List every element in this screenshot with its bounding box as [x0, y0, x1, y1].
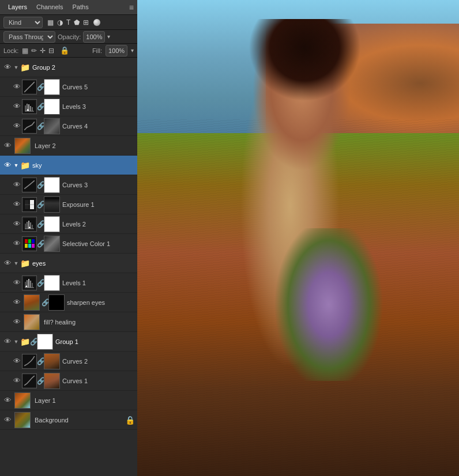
opacity-input[interactable]: [83, 31, 105, 43]
layer-name: fill? healing: [44, 319, 135, 326]
group-folder-icon: 📁: [20, 259, 30, 268]
lock-move-icon[interactable]: ✛: [40, 47, 46, 55]
exposure-svg: [24, 199, 35, 210]
visibility-icon[interactable]: 👁: [12, 239, 22, 248]
shape-filter-icon[interactable]: ⬟: [74, 18, 80, 27]
layer-name: Levels 2: [62, 221, 135, 228]
group-folder-icon: 📁: [20, 161, 30, 170]
layer-row[interactable]: 👁 ▼ 📁 eyes: [0, 254, 137, 273]
smartobj-filter-icon[interactable]: ⊞: [83, 18, 89, 27]
layer-row[interactable]: 👁 🔗 Curves 5: [0, 77, 137, 97]
layers-panel: Layers Channels Paths ≡ Kind ▦ ◑ T ⬟ ⊞ P…: [0, 0, 137, 476]
layer-row[interactable]: 👁 ▼ 📁 Group 2: [0, 58, 137, 77]
curves-svg: [23, 179, 36, 191]
lock-artboard-icon[interactable]: ⊟: [48, 47, 54, 55]
lock-paint-icon[interactable]: ✏: [31, 47, 37, 55]
lock-row: Lock: ▦ ✏ ✛ ⊟ 🔒 Fill: ▾: [0, 44, 137, 58]
layer-row[interactable]: 👁 🔗 Curves 4: [0, 116, 137, 136]
fold-arrow-icon[interactable]: ▼: [13, 163, 20, 168]
chain-icon: 🔗: [37, 357, 44, 365]
layer-name: sky: [32, 162, 135, 169]
visibility-icon[interactable]: 👁: [12, 318, 22, 326]
layer-row[interactable]: 👁 🔗 Levels 1: [0, 273, 137, 293]
visibility-icon[interactable]: 👁: [12, 180, 22, 189]
mode-dot: [93, 19, 100, 26]
visibility-icon[interactable]: 👁: [12, 102, 22, 111]
layer-row[interactable]: 👁 🔗 Exposure 1: [0, 195, 137, 214]
layer-name: Levels 1: [62, 279, 135, 286]
layer-row[interactable]: 👁 🔗 Curves 3: [0, 175, 137, 195]
opacity-arrow-icon[interactable]: ▾: [107, 33, 110, 40]
chain-icon: 🔗: [37, 240, 44, 248]
fold-arrow-icon[interactable]: ▼: [13, 339, 20, 345]
panel-menu-icon[interactable]: ≡: [129, 3, 134, 12]
blend-mode-select[interactable]: Pass Through Normal Multiply Screen: [3, 31, 55, 43]
toolbar-icons: ▦ ◑ T ⬟ ⊞: [47, 18, 89, 27]
layer-row[interactable]: 👁 Background 🔒: [0, 410, 137, 430]
layer-row[interactable]: 👁 fill? healing: [0, 312, 137, 332]
visibility-icon[interactable]: 👁: [12, 357, 22, 365]
visibility-icon[interactable]: 👁: [12, 278, 22, 287]
visibility-icon[interactable]: 👁: [2, 415, 13, 424]
mask-thumb: [37, 334, 53, 350]
svg-rect-26: [32, 239, 35, 243]
lock-padlock-icon[interactable]: 🔒: [60, 46, 69, 55]
tab-layers[interactable]: Layers: [3, 1, 32, 14]
layer-row[interactable]: 👁 ▼ 📁 sky: [0, 156, 137, 175]
curves-adj-thumb: [22, 80, 37, 95]
adjustment-filter-icon[interactable]: ◑: [57, 18, 63, 27]
pixel-thumb: [14, 392, 31, 409]
chain-icon: 🔗: [37, 279, 44, 287]
type-filter-icon[interactable]: T: [66, 18, 70, 27]
curves-svg: [23, 375, 36, 387]
fill-arrow-icon[interactable]: ▾: [131, 47, 134, 54]
kind-select[interactable]: Kind: [3, 17, 43, 28]
visibility-icon[interactable]: 👁: [2, 161, 13, 169]
pixel-thumb: [14, 138, 31, 154]
svg-rect-35: [32, 283, 33, 288]
visibility-icon[interactable]: 👁: [2, 141, 13, 150]
tab-paths[interactable]: Paths: [68, 1, 93, 14]
layer-row[interactable]: 👁 🔗 Curves 1: [0, 371, 137, 391]
layer-row[interactable]: 👁 🔗 Levels 3: [0, 97, 137, 116]
layer-row[interactable]: 👁 🔗 sharpen eyes: [0, 293, 137, 312]
visibility-icon[interactable]: 👁: [12, 298, 22, 307]
fold-arrow-icon[interactable]: ▼: [13, 260, 20, 266]
layer-name: Group 1: [55, 338, 135, 345]
visibility-icon[interactable]: 👁: [2, 259, 13, 267]
fill-label: Fill:: [92, 47, 102, 54]
visibility-icon[interactable]: 👁: [12, 122, 22, 130]
lock-transparent-icon[interactable]: ▦: [22, 47, 28, 55]
pixel-filter-icon[interactable]: ▦: [47, 18, 54, 27]
layer-name: Curves 1: [62, 377, 135, 384]
layer-row[interactable]: 👁 🔗 Selective Color 1: [0, 234, 137, 254]
opacity-label: Opacity:: [58, 33, 81, 40]
chain-icon: 🔗: [37, 220, 44, 228]
layer-row[interactable]: 👁 ▼ 📁 🔗 Group 1: [0, 332, 137, 352]
layer-name: Curves 2: [62, 358, 135, 365]
mask-thumb: [44, 79, 60, 95]
selective-adj-thumb: [22, 236, 37, 251]
visibility-icon[interactable]: 👁: [2, 396, 13, 405]
svg-rect-5: [30, 106, 31, 111]
fold-arrow-icon[interactable]: ▼: [13, 65, 20, 70]
layer-name: Exposure 1: [62, 201, 135, 208]
kind-toolbar-row: Kind ▦ ◑ T ⬟ ⊞: [0, 15, 137, 30]
layer-name: Curves 5: [62, 84, 135, 90]
visibility-icon[interactable]: 👁: [2, 337, 13, 346]
visibility-icon[interactable]: 👁: [12, 200, 22, 209]
tab-channels[interactable]: Channels: [32, 1, 67, 14]
layer-row[interactable]: 👁 🔗 Curves 2: [0, 352, 137, 371]
visibility-icon[interactable]: 👁: [12, 376, 22, 385]
chain-icon: 🔗: [37, 122, 44, 130]
layer-row[interactable]: 👁 Layer 1: [0, 391, 137, 410]
fill-input[interactable]: [106, 45, 127, 56]
visibility-icon[interactable]: 👁: [12, 220, 22, 228]
layer-row[interactable]: 👁 🔗 Levels 2: [0, 214, 137, 234]
selective-svg: [24, 238, 35, 250]
visibility-icon[interactable]: 👁: [12, 82, 22, 91]
levels-svg: [24, 101, 35, 112]
visibility-icon[interactable]: 👁: [2, 63, 13, 71]
layer-row[interactable]: 👁 Layer 2: [0, 136, 137, 156]
mask-thumb: [44, 353, 60, 369]
